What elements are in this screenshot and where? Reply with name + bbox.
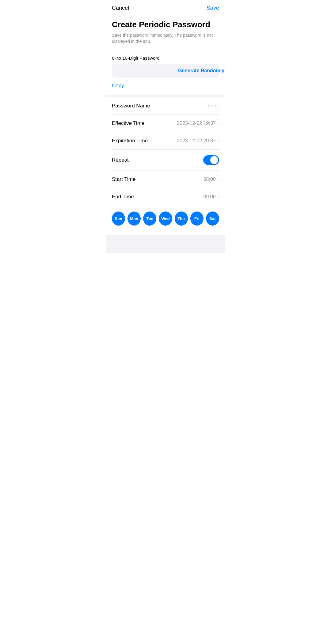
cancel-button[interactable]: Cancel	[112, 5, 129, 11]
bottom-background	[106, 235, 225, 253]
day-sat-button[interactable]: Sat	[206, 212, 219, 226]
section-divider	[106, 95, 225, 97]
effective-time-chevron: ›	[218, 121, 219, 126]
day-wed-button[interactable]: Wed	[159, 212, 172, 226]
expiration-time-value: 2023-12-02 20:37 ›	[177, 138, 219, 144]
start-time-value: 08:00 ›	[204, 177, 219, 182]
effective-time-value: 2023-12-02 19:37 ›	[177, 121, 219, 126]
password-name-value: Enter	[207, 103, 219, 109]
repeat-toggle[interactable]	[203, 155, 219, 165]
start-time-label: Start Time	[112, 176, 135, 182]
password-name-row[interactable]: Password Name Enter	[112, 97, 219, 115]
effective-time-label: Effective Time	[112, 120, 144, 126]
generate-randomly-button[interactable]: Generate Randomly	[178, 68, 224, 73]
day-mon-button[interactable]: Mon	[127, 212, 141, 226]
day-tue-button[interactable]: Tue	[143, 212, 156, 226]
end-time-chevron: ›	[218, 194, 219, 200]
day-thu-button[interactable]: Thu	[175, 212, 188, 226]
end-time-value: 09:00 ›	[204, 194, 219, 200]
days-row: Sun Mon Tue Wed Thu Fri Sat	[112, 212, 219, 226]
end-time-row[interactable]: End Time 09:00 ›	[112, 188, 219, 205]
toggle-thumb	[210, 156, 218, 164]
password-section: 6- to 10-Digit Password Generate Randoml…	[106, 51, 225, 94]
form-section: Password Name Enter Effective Time 2023-…	[106, 97, 225, 205]
expiration-time-label: Expiration Time	[112, 138, 148, 144]
expiration-time-row[interactable]: Expiration Time 2023-12-02 20:37 ›	[112, 132, 219, 150]
start-time-chevron: ›	[218, 177, 219, 182]
effective-time-row[interactable]: Effective Time 2023-12-02 19:37 ›	[112, 115, 219, 132]
page-title: Create Periodic Password	[112, 20, 219, 29]
password-input[interactable]	[117, 68, 178, 73]
page-subtitle: Save the password immediately. The passw…	[112, 32, 219, 44]
day-sun-button[interactable]: Sun	[112, 212, 125, 226]
repeat-row: Repeat	[112, 150, 219, 171]
password-input-row: Generate Randomly	[112, 64, 219, 78]
copy-button[interactable]: Copy	[112, 81, 124, 94]
password-name-label: Password Name	[112, 103, 150, 109]
top-navigation: Cancel Save	[106, 0, 225, 15]
end-time-label: End Time	[112, 194, 134, 200]
password-section-label: 6- to 10-Digit Password	[112, 55, 219, 61]
day-fri-button[interactable]: Fri	[190, 212, 204, 226]
start-time-row[interactable]: Start Time 08:00 ›	[112, 171, 219, 188]
days-section: Sun Mon Tue Wed Thu Fri Sat	[106, 205, 225, 235]
repeat-label: Repeat	[112, 157, 129, 163]
header-section: Create Periodic Password Save the passwo…	[106, 15, 225, 51]
save-button[interactable]: Save	[207, 5, 219, 11]
expiration-time-chevron: ›	[218, 138, 219, 144]
